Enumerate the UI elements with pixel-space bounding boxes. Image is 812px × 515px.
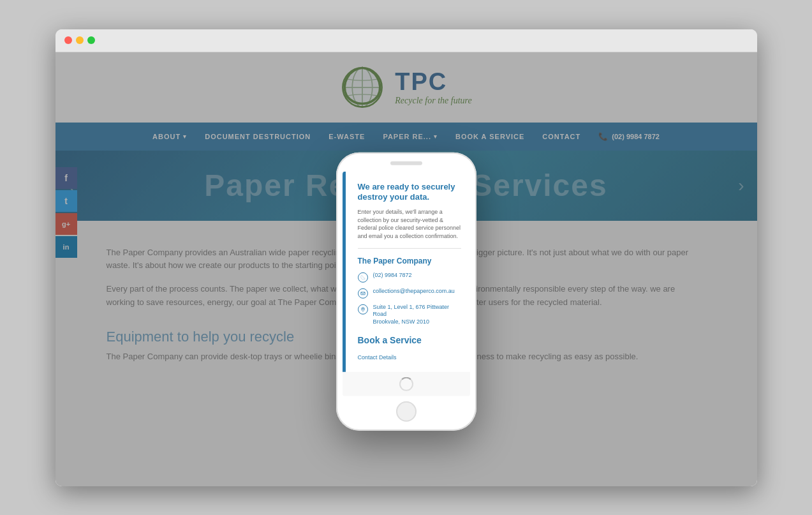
phone-divider bbox=[358, 248, 461, 248]
phone-number-row: (02) 9984 7872 bbox=[358, 271, 461, 282]
svg-point-6 bbox=[362, 308, 364, 310]
phone-outer-shell: We are ready to securely destroy your da… bbox=[336, 152, 476, 430]
maximize-dot[interactable] bbox=[87, 36, 95, 44]
contact-details-link[interactable]: Contact Details bbox=[358, 350, 461, 362]
phone-screen: We are ready to securely destroy your da… bbox=[343, 171, 470, 396]
browser-titlebar bbox=[55, 29, 757, 52]
phone-popup-heading: We are ready to securely destroy your da… bbox=[358, 181, 461, 203]
phone-number-text[interactable]: (02) 9984 7872 bbox=[373, 271, 412, 279]
browser-window: TPC Recycle for the future ABOUT ▾ DOCUM… bbox=[55, 29, 757, 486]
location-icon bbox=[358, 304, 368, 314]
phone-modal: We are ready to securely destroy your da… bbox=[336, 152, 476, 430]
map-pin-icon bbox=[360, 306, 365, 311]
minimize-dot[interactable] bbox=[76, 36, 84, 44]
phone-popup-subtext: Enter your details, we'll arrange a coll… bbox=[358, 208, 461, 240]
address-text: Suite 1, Level 1, 676 Pittwater Road Bro… bbox=[373, 303, 461, 325]
email-icon bbox=[358, 288, 368, 298]
phone-handset-icon bbox=[360, 274, 365, 280]
phone-loader-area bbox=[343, 372, 470, 396]
blue-accent-bar bbox=[343, 171, 346, 371]
book-service-heading[interactable]: Book a Service bbox=[358, 335, 461, 345]
phone-speaker bbox=[390, 161, 422, 165]
phone-content: We are ready to securely destroy your da… bbox=[343, 171, 470, 371]
close-dot[interactable] bbox=[64, 36, 72, 44]
email-text[interactable]: collections@thepaperco.com.au bbox=[373, 287, 455, 295]
phone-number-icon bbox=[358, 272, 368, 282]
loading-spinner bbox=[399, 377, 413, 391]
phone-home-button[interactable] bbox=[396, 401, 417, 422]
address-row: Suite 1, Level 1, 676 Pittwater Road Bro… bbox=[358, 303, 461, 325]
website-content: TPC Recycle for the future ABOUT ▾ DOCUM… bbox=[55, 52, 757, 486]
email-row: collections@thepaperco.com.au bbox=[358, 287, 461, 298]
phone-company-name: The Paper Company bbox=[358, 256, 461, 265]
envelope-icon bbox=[360, 290, 365, 295]
